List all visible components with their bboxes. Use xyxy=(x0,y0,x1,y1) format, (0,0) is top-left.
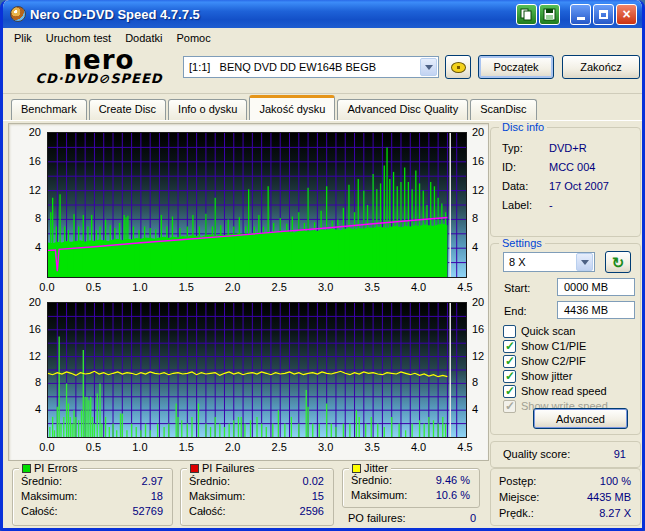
menu-plik[interactable]: Plik xyxy=(7,30,39,46)
disc-quality-page: 48121620 48121620 0.00.51.01.52.02.53.03… xyxy=(3,120,642,528)
axis-tick-label: 4.0 xyxy=(406,281,432,293)
tab-advanced-disc-quality[interactable]: Advanced Disc Quality xyxy=(337,99,468,120)
pi-failures-stats-title: PI Failures xyxy=(202,462,255,474)
app-window: Nero CD-DVD Speed 4.7.7.5 × Plik Uruchom… xyxy=(0,0,645,531)
tab-info-o-dysku[interactable]: Info o dysku xyxy=(168,99,247,120)
tab-jakosc-dysku[interactable]: Jakość dysku xyxy=(249,95,335,120)
menu-pomoc[interactable]: Pomoc xyxy=(169,30,217,46)
axis-tick-label: 4.0 xyxy=(406,441,432,453)
show-c2-pif-checkbox[interactable]: Show C2/PIF xyxy=(503,354,586,368)
quick-scan-checkbox[interactable]: Quick scan xyxy=(503,324,575,338)
po-failures-value: 0 xyxy=(470,512,476,524)
position-label: Miejsce: xyxy=(499,491,539,503)
exit-button[interactable]: Zakończ xyxy=(562,55,640,79)
refresh-icon: ↻ xyxy=(612,255,625,270)
disc-label-value: - xyxy=(549,199,553,211)
checkbox-checked-icon xyxy=(503,385,516,398)
copy-to-clipboard-button[interactable] xyxy=(516,4,537,25)
pi-failures-y-axis-left: 48121620 xyxy=(15,302,43,438)
pi-failures-x-axis: 0.00.51.01.52.02.53.03.54.04.5 xyxy=(47,441,467,454)
end-position-field[interactable]: 4436 MB xyxy=(557,301,635,319)
jitter-legend-icon xyxy=(352,464,361,473)
window-title: Nero CD-DVD Speed 4.7.7.5 xyxy=(30,7,514,22)
pi-errors-chart xyxy=(47,132,467,278)
pi-failures-legend-icon xyxy=(190,464,199,473)
drive-select-dropdown-button[interactable] xyxy=(420,58,437,76)
axis-tick-label: 0.0 xyxy=(34,281,60,293)
axis-tick-label: 3.0 xyxy=(313,441,339,453)
axis-tick-label: 8 xyxy=(472,376,490,388)
eject-button[interactable] xyxy=(445,55,471,79)
speed-label: Prędk.: xyxy=(499,507,534,519)
progress-box: Postęp:100 % Miejsce:4435 MB Prędk.:8.27… xyxy=(490,468,641,526)
jitter-stats-title: Jitter xyxy=(364,462,388,474)
axis-tick-label: 2.0 xyxy=(220,441,246,453)
tab-benchmark[interactable]: Benchmark xyxy=(11,99,87,120)
axis-tick-label: 4 xyxy=(13,403,41,415)
menu-dodatki[interactable]: Dodatki xyxy=(118,30,169,46)
start-button[interactable]: Początek xyxy=(478,55,554,79)
title-bar[interactable]: Nero CD-DVD Speed 4.7.7.5 × xyxy=(3,0,642,28)
end-position-label: End: xyxy=(504,305,527,317)
pi-errors-avg: 2.97 xyxy=(142,475,163,487)
toolbar: nero CD·DVD⊘SPEED [1:1] BENQ DVD DD EW16… xyxy=(3,47,642,94)
axis-tick-label: 4 xyxy=(472,403,490,415)
minimize-button[interactable] xyxy=(570,4,591,25)
floppy-save-icon xyxy=(543,8,556,21)
maximize-icon xyxy=(599,10,608,19)
save-results-button[interactable] xyxy=(539,4,560,25)
axis-tick-label: 16 xyxy=(13,323,41,335)
axis-tick-label: 3.5 xyxy=(359,441,385,453)
axis-tick-label: 1.5 xyxy=(173,281,199,293)
axis-tick-label: 1.0 xyxy=(127,281,153,293)
axis-tick-label: 16 xyxy=(472,323,490,335)
start-position-field[interactable]: 0000 MB xyxy=(557,278,635,296)
start-position-label: Start: xyxy=(504,282,530,294)
disc-date-value: 17 Oct 2007 xyxy=(549,180,609,192)
speed-select-dropdown-button[interactable] xyxy=(576,253,593,271)
position-value: 4435 MB xyxy=(587,491,631,503)
axis-tick-label: 3.5 xyxy=(359,281,385,293)
speed-value: 8.27 X xyxy=(599,507,631,519)
close-icon: × xyxy=(622,7,630,21)
pi-failures-max: 15 xyxy=(312,490,324,502)
pi-errors-total: 52769 xyxy=(132,505,163,517)
progress-label: Postęp: xyxy=(499,475,536,487)
chevron-down-icon xyxy=(425,65,433,70)
maximize-button[interactable] xyxy=(593,4,614,25)
axis-tick-label: 4 xyxy=(472,241,490,253)
po-failures-label: PO failures: xyxy=(348,512,405,524)
axis-tick-label: 2.5 xyxy=(266,441,292,453)
checkbox-icon xyxy=(503,325,516,338)
menu-uruchom-test[interactable]: Uruchom test xyxy=(39,30,118,46)
quality-score-label: Quality score: xyxy=(503,448,570,460)
axis-tick-label: 0.0 xyxy=(34,441,60,453)
jitter-stats-box: Jitter Średnio:9.46 % Maksimum:10.6 % xyxy=(342,468,480,508)
tab-create-disc[interactable]: Create Disc xyxy=(89,99,166,120)
jitter-avg: 9.46 % xyxy=(436,474,470,486)
show-c1-pie-checkbox[interactable]: Show C1/PIE xyxy=(503,339,586,353)
checkbox-checked-disabled-icon xyxy=(503,400,516,413)
axis-tick-label: 12 xyxy=(13,350,41,362)
disc-id-label: ID: xyxy=(502,161,516,173)
settings-title: Settings xyxy=(499,237,545,249)
minimize-icon xyxy=(577,17,585,20)
app-icon xyxy=(10,6,26,22)
settings-box: Settings 8 X ↻ Start: 0000 MB End: 4436 … xyxy=(490,243,641,435)
speed-select[interactable]: 8 X xyxy=(503,252,595,272)
drive-select[interactable]: [1:1] BENQ DVD DD EW164B BEGB xyxy=(183,56,439,78)
pi-errors-stats-box: PI Errors Średnio:2.97 Maksimum:18 Całoś… xyxy=(12,468,173,526)
disc-type-label: Typ: xyxy=(502,142,523,154)
axis-tick-label: 20 xyxy=(472,126,490,138)
show-jitter-checkbox[interactable]: Show jitter xyxy=(503,369,572,383)
advanced-button[interactable]: Advanced xyxy=(533,408,628,429)
axis-tick-label: 0.5 xyxy=(80,441,106,453)
axis-tick-label: 20 xyxy=(13,126,41,138)
axis-tick-label: 20 xyxy=(13,296,41,308)
close-button[interactable]: × xyxy=(616,4,637,25)
axis-tick-label: 1.5 xyxy=(173,441,199,453)
refresh-button[interactable]: ↻ xyxy=(605,251,631,273)
tab-scandisc[interactable]: ScanDisc xyxy=(470,99,536,120)
axis-tick-label: 8 xyxy=(472,212,490,224)
show-read-speed-checkbox[interactable]: Show read speed xyxy=(503,384,607,398)
